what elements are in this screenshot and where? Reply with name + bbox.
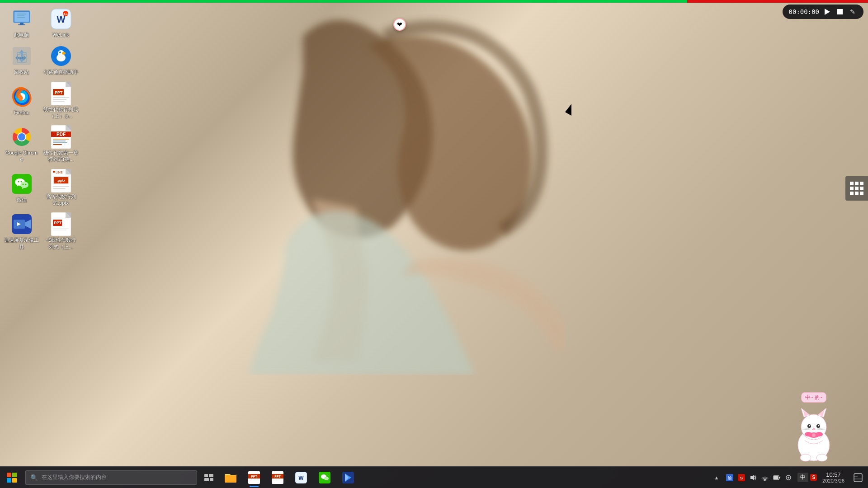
tray-battery-icon[interactable] [771,467,782,488]
tray-ime-icon[interactable]: 输 [724,467,735,488]
svg-point-93 [800,454,811,461]
temp-icon-img: PPT [50,213,72,235]
taskbar-wechat[interactable] [313,467,336,488]
tray-icon-group: 输 S [722,467,796,488]
desktop-icon-ppt1[interactable]: PPT 线性代数行列式（上）.p... [42,79,80,123]
svg-text:PPT: PPT [54,221,62,225]
taskbar-welink[interactable]: W [289,467,313,488]
icon-row-3: Google Chrome PDF 线性代数第一章行列式(第... [2,122,88,166]
desktop-icon-duck[interactable]: 小路通直播助手 [42,42,80,79]
desktop-icon-temp[interactable]: PPT ~$线性代数行列式（上... [42,210,80,253]
desktop-icon-pdf1[interactable]: PDF 线性代数第一章行列式(第... [42,122,80,166]
icon-row-4: 微信 LINE .pptx 高等代数行列式.pptx [2,166,88,210]
clock-time: 10:57 [826,471,841,478]
svg-rect-43 [53,144,62,145]
ppt2-taskbar-icon: PPT [271,471,284,484]
svg-rect-41 [53,141,66,141]
pdf1-icon-img: PDF [50,126,72,148]
svg-rect-42 [53,142,67,143]
firefox-icon-img [11,86,33,108]
svg-marker-117 [750,475,754,480]
rec-play-button[interactable] [823,7,832,16]
task-view-icon [204,474,213,481]
desktop-icon-firefox[interactable]: Firefox [2,79,41,123]
svg-rect-61 [53,186,69,187]
svg-rect-96 [209,474,213,477]
ppt1-icon-img: PPT [50,83,72,104]
svg-rect-95 [204,474,208,477]
wps-tray-label[interactable]: S [810,474,817,481]
desktop-icon-wechat[interactable]: 微信 [2,166,41,210]
svg-rect-62 [53,188,66,189]
desktop-icon-chrome[interactable]: Google Chrome [2,122,41,166]
svg-text:A+: A+ [63,12,68,16]
desktop-icon-ppt2[interactable]: LINE .pptx 高等代数行列式.pptx [42,166,80,210]
svg-point-21 [59,52,61,53]
show-hidden-icons-button[interactable]: ▲ [712,475,721,480]
grid-dot [860,187,863,190]
taskbar-xunlei[interactable] [336,467,360,488]
svg-point-83 [812,433,816,437]
svg-rect-98 [210,478,213,481]
chrome-icon-img [11,126,33,148]
svg-rect-40 [53,139,69,140]
icon-row-1: 回收站 小路通直播助手 [2,42,88,79]
grid-dots-icon [850,182,863,195]
input-method-indicator[interactable]: 中 [797,473,808,482]
welink-taskbar-icon: W [295,471,307,484]
taskbar-search[interactable]: 🔍 在这里输入你要搜索的内容 [25,470,197,485]
recorder-icon-img [11,213,33,235]
svg-point-82 [816,432,823,436]
icon-row-0: 此电脑 W A+ WeLink [2,5,88,42]
clock[interactable]: 10:57 2020/3/26 [819,467,848,488]
svg-rect-72 [53,228,69,229]
taskbar-file-explorer[interactable] [219,467,242,488]
windows-logo [7,473,17,483]
grid-dot [855,187,859,190]
desktop-icon-recorder[interactable]: 迪速屏幕录像工具 [2,210,41,253]
search-placeholder: 在这里输入你要搜索的内容 [42,474,107,481]
grid-dot [860,192,863,195]
tray-camera-icon[interactable] [783,467,794,488]
welink-icon-img: W A+ [50,8,72,30]
grid-dot [850,187,854,190]
cat-svg [787,404,841,463]
file-explorer-icon [224,471,237,484]
recorder-label: 迪速屏幕录像工具 [4,237,39,250]
svg-point-88 [813,428,815,430]
task-view-button[interactable] [199,467,219,488]
ppt2-label: 高等代数行列式.pptx [43,193,78,206]
desktop-icon-computer[interactable]: 此电脑 [2,5,41,42]
heart-pin-icon: ❤ [393,18,406,31]
tray-volume-icon[interactable] [748,467,759,488]
rec-time-display: 00:00:00 [789,8,819,15]
svg-rect-97 [204,478,209,481]
temp-label: ~$线性代数行列式（上... [43,237,78,250]
recycle-icon-img [11,45,33,67]
taskbar-ppt-task1[interactable]: PPT [242,467,266,488]
recording-timer[interactable]: 00:00:00 ✎ [783,5,863,19]
chrome-label: Google Chrome [4,150,39,163]
svg-point-52 [25,183,26,185]
desktop-icon-welink[interactable]: W A+ WeLink [42,5,80,42]
svg-rect-30 [53,97,69,98]
notification-button[interactable] [850,467,866,488]
search-icon: 🔍 [30,474,38,481]
taskbar-ppt-task2[interactable]: PPT [266,467,289,488]
svg-point-49 [18,181,19,182]
svg-text:输: 输 [728,476,732,480]
grid-panel-button[interactable] [845,176,868,201]
start-button[interactable] [0,467,24,488]
tray-wps-icon[interactable]: S [736,467,747,488]
rec-edit-button[interactable]: ✎ [848,7,857,16]
rec-bar-red [687,0,868,3]
clock-date: 2020/3/26 [822,478,844,483]
win-logo-pane-4 [12,478,17,483]
pdf1-label: 线性代数第一章行列式(第... [43,150,78,163]
wechat-label: 微信 [17,197,27,203]
svg-point-34 [18,133,25,141]
tray-network-icon[interactable] [760,467,770,488]
svg-rect-31 [53,99,66,100]
desktop-icon-recycle[interactable]: 回收站 [2,42,41,79]
rec-stop-button[interactable] [835,7,844,16]
